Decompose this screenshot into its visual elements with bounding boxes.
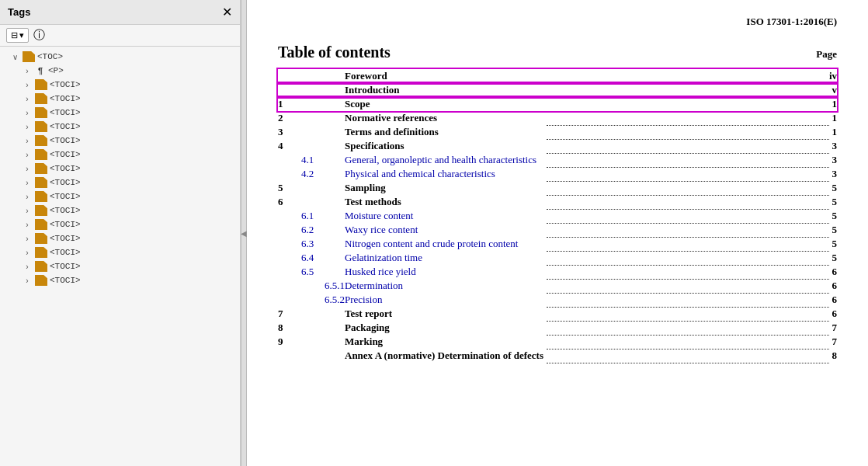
toggle-icon[interactable]: › xyxy=(22,109,33,117)
tree-node-toci-10[interactable]: › <TOCI> xyxy=(0,203,240,217)
tree-node-toci-13[interactable]: › <TOCI> xyxy=(0,245,240,259)
toc-text: Sampling xyxy=(345,181,547,195)
tree-node-toci-12[interactable]: › <TOCI> xyxy=(0,231,240,245)
toc-leaders xyxy=(547,349,829,363)
toc-row-test-methods[interactable]: 6 Test methods 5 xyxy=(278,195,837,209)
toc-num: 8 xyxy=(278,321,345,335)
toggle-icon[interactable]: › xyxy=(22,123,33,131)
toc-row-packaging[interactable]: 8 Packaging 7 xyxy=(278,321,837,335)
toc-leaders xyxy=(547,335,829,349)
toggle-icon[interactable]: › xyxy=(22,67,33,75)
tree-node-toci-8[interactable]: › <TOCI> xyxy=(0,176,240,190)
toc-text: Packaging xyxy=(345,321,547,335)
tree-node-toci-4[interactable]: › <TOCI> xyxy=(0,120,240,134)
info-icon[interactable]: ⓘ xyxy=(33,28,45,43)
toc-leaders xyxy=(547,321,829,335)
toc-row-sampling[interactable]: 5 Sampling 5 xyxy=(278,181,837,195)
toc-row-scope[interactable]: 1 Scope 1 xyxy=(278,97,837,111)
toggle-icon[interactable]: › xyxy=(22,276,33,285)
toc-row-4-2[interactable]: 4.2 Physical and chemical characteristic… xyxy=(278,167,837,181)
document-id: ISO 17301-1:2016(E) xyxy=(278,16,837,28)
toc-text: Annex A (normative) Determination of def… xyxy=(345,349,547,363)
toc-page: iv xyxy=(829,69,837,83)
toggle-icon[interactable]: › xyxy=(22,137,33,145)
list-menu-button[interactable]: ⊟ ▾ xyxy=(6,28,29,43)
tree-node-toci-3[interactable]: › <TOCI> xyxy=(0,106,240,120)
toc-row-4-1[interactable]: 4.1 General, organoleptic and health cha… xyxy=(278,153,837,167)
tree-node-toci-11[interactable]: › <TOCI> xyxy=(0,217,240,231)
toc-text: Husked rice yield xyxy=(345,265,547,279)
toggle-icon[interactable]: › xyxy=(22,95,33,103)
toggle-icon[interactable]: ∨ xyxy=(9,53,20,61)
tree-node-toci-9[interactable]: › <TOCI> xyxy=(0,190,240,203)
folder-icon xyxy=(35,219,47,230)
toc-page: 6 xyxy=(829,307,837,321)
folder-icon xyxy=(35,275,47,286)
toc-row-terms[interactable]: 3 Terms and definitions 1 xyxy=(278,125,837,139)
toc-page: 3 xyxy=(829,167,837,181)
toc-row-6-2[interactable]: 6.2 Waxy rice content 5 xyxy=(278,223,837,237)
page-column-header: Page xyxy=(816,48,837,61)
tree-node-p[interactable]: › ¶ <P> xyxy=(0,64,240,78)
folder-icon xyxy=(35,261,47,272)
toc-title-row: Table of contents Page xyxy=(278,43,837,61)
resize-handle[interactable] xyxy=(241,0,247,466)
toc-page: 6 xyxy=(829,293,837,307)
tree-node-toci-1[interactable]: › <TOCI> xyxy=(0,78,240,92)
toc-leaders xyxy=(547,167,829,181)
main-content: ISO 17301-1:2016(E) Table of contents Pa… xyxy=(247,0,868,466)
toggle-icon[interactable]: › xyxy=(22,165,33,173)
toc-table: Foreword iv Introduction v 1 Scope 1 2 xyxy=(278,69,837,363)
tree-node-toc[interactable]: ∨ <TOC> xyxy=(0,50,240,64)
toc-row-6-5-1[interactable]: 6.5.1 Determination 6 xyxy=(278,279,837,293)
toc-row-normative[interactable]: 2 Normative references 1 xyxy=(278,111,837,125)
toggle-icon[interactable]: › xyxy=(22,235,33,243)
close-button[interactable]: ✕ xyxy=(222,5,232,19)
toc-page: 3 xyxy=(829,153,837,167)
tree-node-toci-15[interactable]: › <TOCI> xyxy=(0,273,240,287)
tree-node-toci-5[interactable]: › <TOCI> xyxy=(0,134,240,148)
toggle-icon[interactable]: › xyxy=(22,81,33,89)
tree-node-toci-6[interactable]: › <TOCI> xyxy=(0,148,240,162)
toc-row-6-5[interactable]: 6.5 Husked rice yield 6 xyxy=(278,265,837,279)
toc-row-foreword[interactable]: Foreword iv xyxy=(278,69,837,83)
toc-num xyxy=(278,349,345,363)
toc-row-6-4[interactable]: 6.4 Gelatinization time 5 xyxy=(278,251,837,265)
tree-label: <TOCI> xyxy=(50,80,81,89)
toc-leaders xyxy=(547,153,829,167)
tree-node-toci-2[interactable]: › <TOCI> xyxy=(0,92,240,106)
toggle-icon[interactable]: › xyxy=(22,179,33,187)
sidebar-title: Tags xyxy=(8,6,30,18)
toc-leaders xyxy=(547,195,829,209)
toc-row-annex-a[interactable]: Annex A (normative) Determination of def… xyxy=(278,349,837,363)
toc-leaders xyxy=(547,251,829,265)
toc-row-introduction[interactable]: Introduction v xyxy=(278,83,837,97)
toc-text: Foreword xyxy=(345,69,547,83)
toggle-icon[interactable]: › xyxy=(22,249,33,257)
tree-node-toci-14[interactable]: › <TOCI> xyxy=(0,259,240,273)
toc-text: Waxy rice content xyxy=(345,223,547,237)
toggle-icon[interactable]: › xyxy=(22,263,33,271)
toc-row-marking[interactable]: 9 Marking 7 xyxy=(278,335,837,349)
toc-num: 1 xyxy=(278,97,345,111)
tree-label: <TOCI> xyxy=(50,164,81,173)
folder-icon xyxy=(35,93,47,104)
sidebar-tree[interactable]: ∨ <TOC> › ¶ <P> › <TOCI> › <TOCI> › <TOC… xyxy=(0,47,240,466)
toc-row-6-5-2[interactable]: 6.5.2 Precision 6 xyxy=(278,293,837,307)
toc-row-specifications[interactable]: 4 Specifications 3 xyxy=(278,139,837,153)
toc-row-6-1[interactable]: 6.1 Moisture content 5 xyxy=(278,209,837,223)
tree-node-toci-7[interactable]: › <TOCI> xyxy=(0,162,240,176)
toggle-icon[interactable]: › xyxy=(22,151,33,159)
toggle-icon[interactable]: › xyxy=(22,207,33,215)
folder-icon xyxy=(35,149,47,160)
tree-label: <TOCI> xyxy=(50,262,81,271)
toggle-icon[interactable]: › xyxy=(22,221,33,229)
toggle-icon[interactable]: › xyxy=(22,193,33,201)
toc-text: Scope xyxy=(345,97,547,111)
folder-icon xyxy=(23,51,35,62)
toc-row-6-3[interactable]: 6.3 Nitrogen content and crude protein c… xyxy=(278,237,837,251)
toc-row-test-report[interactable]: 7 Test report 6 xyxy=(278,307,837,321)
toc-page: 7 xyxy=(829,321,837,335)
tree-label: <TOCI> xyxy=(50,150,81,159)
tree-label: <TOCI> xyxy=(50,248,81,257)
